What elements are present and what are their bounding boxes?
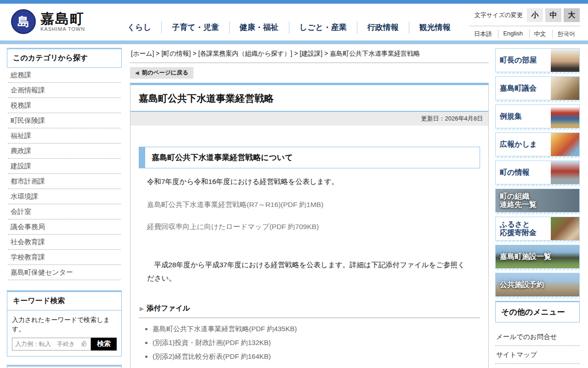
font-size-button-大[interactable]: 大	[564, 8, 580, 22]
updated-date: 更新日：2026年4月8日	[130, 112, 488, 126]
regulations-image	[551, 105, 579, 128]
banner-label: ふるさと 応援寄附金	[500, 220, 537, 237]
nav-item-1[interactable]: くらし	[117, 21, 161, 34]
furusato-donation-image	[551, 217, 579, 240]
article-box: 嘉島町公共下水道事業経営戦略 更新日：2026年4月8日 嘉島町公共下水道事業経…	[130, 83, 489, 368]
nav-item-6[interactable]: 観光情報	[409, 21, 461, 34]
breadcrumb: [ホーム] > [町の情報] > [各課業務案内（組織から探す）] > [建設課…	[130, 49, 489, 63]
attachments-heading-label: 添付ファイル	[147, 304, 190, 312]
keyword-search-box: キーワード検索 入力されたキーワードで検索します。 検索	[7, 290, 122, 356]
pdf-link[interactable]: 嘉島町公共下水道事業経営戦略(R7～R16)(PDF 約1MB)	[147, 200, 472, 210]
language-link-4[interactable]: 한국어	[552, 30, 580, 38]
right-sidebar: 町長の部屋嘉島町議会例規集広報かしま町の情報町の組織 連絡先一覧ふるさと 応援寄…	[495, 48, 580, 364]
main-column: [ホーム] > [町の情報] > [各課業務案内（組織から探す）] > [建設課…	[130, 49, 489, 368]
language-switcher: 日本語English中文한국어	[469, 26, 580, 38]
banner-label: 町長の部屋	[500, 56, 537, 64]
category-item[interactable]: 会計室	[8, 204, 121, 219]
category-item[interactable]: 農政課	[8, 144, 121, 159]
category-item[interactable]: 嘉島町保健センター	[8, 265, 121, 280]
back-button-label: 前のページに戻る	[141, 69, 188, 77]
banner-public-facility-reservation[interactable]: 公共施設予約	[495, 273, 580, 297]
breadcrumb-link[interactable]: [町の情報]	[161, 50, 191, 57]
nav-item-4[interactable]: しごと・産業	[289, 21, 357, 34]
banner-town-organization-contacts[interactable]: 町の組織 連絡先一覧	[495, 189, 580, 213]
category-item[interactable]: 企画情報課	[8, 83, 121, 98]
banner-label: 町の組織 連絡先一覧	[500, 192, 537, 209]
search-input[interactable]	[12, 338, 91, 351]
page-title: 嘉島町公共下水道事業経営戦略	[130, 85, 488, 112]
breadcrumb-link[interactable]: [建設課]	[300, 50, 322, 57]
banner-regulations[interactable]: 例規集	[495, 104, 580, 128]
attachment-link[interactable]: 嘉島町公共下水道事業経営戦略(PDF 約435KB)	[153, 325, 480, 334]
banner-label: 広報かしま	[500, 140, 537, 149]
breadcrumb-separator: >	[292, 50, 300, 57]
banner-furusato-donation[interactable]: ふるさと 応援寄附金	[495, 217, 580, 241]
banner-town-info[interactable]: 町の情報	[495, 161, 580, 184]
category-list: 総務課企画情報課税務課町民保険課福祉課農政課建設課都市計画課水環境課会計室議会事…	[7, 68, 122, 280]
category-item[interactable]: 建設課	[8, 159, 121, 174]
banner-label: 嘉島町施設一覧	[500, 253, 551, 261]
font-size-switcher: 文字サイズの変更 小中大	[469, 8, 580, 26]
banner-town-council[interactable]: 嘉島町議会	[495, 76, 580, 100]
keyword-search-description: 入力されたキーワードで検索します。	[12, 315, 117, 334]
breadcrumb-link[interactable]: [ホーム]	[131, 50, 154, 57]
other-menu-title: その他のメニュー	[495, 301, 580, 322]
back-button[interactable]: ◀ 前のページに戻る	[130, 67, 193, 79]
font-size-button-中[interactable]: 中	[545, 8, 561, 22]
nav-item-2[interactable]: 子育て・児童	[161, 21, 229, 34]
attachment-link[interactable]: (別添1)投資・財政計画(PDF 約132KB)	[153, 339, 480, 347]
nav-item-5[interactable]: 行政情報	[357, 21, 409, 34]
banner-town-facilities[interactable]: 嘉島町施設一覧	[495, 245, 580, 269]
breadcrumb-separator: >	[191, 50, 198, 57]
banner-mayor-room[interactable]: 町長の部屋	[495, 48, 580, 72]
language-link-1[interactable]: 日本語	[469, 30, 497, 38]
pdf-links: 嘉島町公共下水道事業経営戦略(R7～R16)(PDF 約1MB)経費回収率向上に…	[139, 200, 480, 232]
language-link-3[interactable]: 中文	[529, 30, 551, 38]
life-event-title: ライフイベントから探す	[7, 367, 121, 368]
category-item[interactable]: 社会教育課	[8, 235, 121, 250]
category-item[interactable]: 議会事務局	[8, 219, 121, 235]
font-size-buttons: 小中大	[527, 8, 580, 22]
category-item[interactable]: 水環境課	[8, 189, 121, 204]
banner-koho-kashima[interactable]: 広報かしま	[495, 132, 580, 156]
category-box-title: このカテゴリから探す	[7, 48, 122, 68]
attachment-link[interactable]: (別添2)経営比較分析表(PDF 約164KB)	[153, 352, 480, 361]
category-item[interactable]: 町民保険課	[8, 113, 121, 128]
other-menu-list: メールでのお問合せサイトマップ	[495, 328, 580, 364]
breadcrumb-link[interactable]: [各課業務案内（組織から探す）]	[198, 50, 292, 57]
category-item[interactable]: 福祉課	[8, 128, 121, 144]
left-sidebar: このカテゴリから探す 総務課企画情報課税務課町民保険課福祉課農政課建設課都市計画…	[7, 48, 122, 368]
attachments-list: 嘉島町公共下水道事業経営戦略(PDF 約435KB)(別添1)投資・財政計画(P…	[153, 325, 480, 361]
site-subtitle: KASHIMA TOWN	[40, 26, 85, 32]
town-info-image	[551, 161, 579, 184]
site-logo[interactable]: 島 嘉島町 KASHIMA TOWN	[11, 9, 85, 34]
font-size-button-小[interactable]: 小	[527, 8, 543, 22]
language-link-2[interactable]: English	[498, 30, 527, 38]
town-emblem-icon: 島	[11, 9, 36, 34]
life-event-box: ライフイベントから探す	[7, 365, 122, 368]
body-paragraph: 平成28年度から平成37年度における経営戦略を公表します。詳細は下記添付ファイル…	[147, 259, 472, 285]
banner-label: 公共施設予約	[500, 281, 544, 289]
intro-paragraph: 令和7年度から令和16年度における経営戦略を公表します。	[147, 176, 472, 188]
breadcrumb-separator: >	[322, 50, 330, 57]
top-accent-bar	[0, 0, 588, 4]
category-item[interactable]: 総務課	[8, 68, 121, 83]
breadcrumb-separator: >	[154, 50, 161, 57]
category-item[interactable]: 税務課	[8, 98, 121, 113]
page: 島 嘉島町 KASHIMA TOWN くらし子育て・児童健康・福祉しごと・産業行…	[0, 0, 588, 368]
category-item[interactable]: 学校教育課	[8, 250, 121, 265]
section-heading: 嘉島町公共下水道事業経営戦略について	[139, 147, 480, 168]
back-arrow-icon: ◀	[135, 70, 139, 76]
other-menu-item[interactable]: サイトマップ	[495, 346, 580, 364]
banner-list: 町長の部屋嘉島町議会例規集広報かしま町の情報町の組織 連絡先一覧ふるさと 応援寄…	[495, 48, 580, 297]
nav-item-3[interactable]: 健康・福祉	[229, 21, 289, 34]
category-item[interactable]: 都市計画課	[8, 174, 121, 189]
font-size-label: 文字サイズの変更	[475, 11, 523, 19]
koho-kashima-image	[551, 133, 579, 156]
attachments-heading: ▶添付ファイル	[139, 304, 480, 318]
search-button[interactable]: 検索	[91, 338, 117, 351]
other-menu-item[interactable]: メールでのお問合せ	[495, 328, 580, 346]
header: 島 嘉島町 KASHIMA TOWN くらし子育て・児童健康・福祉しごと・産業行…	[0, 4, 588, 40]
pdf-link[interactable]: 経費回収率向上に向けたロードマップ(PDF 約709KB)	[147, 222, 472, 232]
site-title: 嘉島町	[40, 12, 85, 26]
